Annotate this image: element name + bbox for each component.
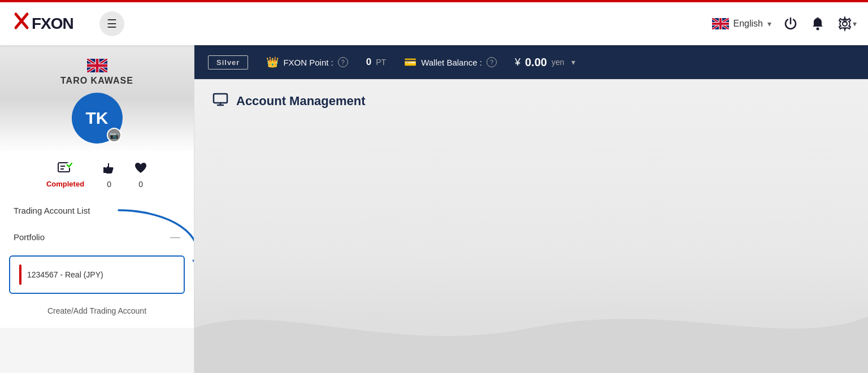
page-title: Account Management	[236, 94, 366, 109]
likes-value: 0	[107, 180, 111, 189]
user-name: TARO KAWASE	[0, 76, 194, 86]
svg-point-4	[817, 28, 819, 31]
kyc-icon	[58, 162, 72, 177]
like-icon	[102, 162, 116, 177]
content-area: Account Management	[194, 79, 868, 373]
wallet-currency: yen	[552, 58, 565, 67]
power-button[interactable]	[783, 16, 798, 32]
main-layout: TARO KAWASE TK 📷 Completed	[0, 45, 868, 373]
wallet-value: 0.00	[525, 56, 547, 69]
avatar-initials: TK	[86, 109, 108, 128]
notification-button[interactable]	[810, 16, 826, 32]
language-label: English	[734, 19, 763, 29]
svg-rect-12	[214, 94, 227, 103]
nav-right: English ▾ ▾	[712, 16, 857, 32]
fxon-point-value: 0	[366, 57, 371, 68]
page-title-area: Account Management	[194, 79, 868, 123]
crown-icon: 👑	[266, 56, 279, 68]
bell-icon	[810, 16, 826, 32]
favorites-value: 0	[138, 180, 143, 189]
fxon-logo: FXON	[11, 10, 90, 38]
gear-icon	[837, 16, 853, 32]
user-uk-flag-icon	[87, 59, 107, 72]
sidebar: TARO KAWASE TK 📷 Completed	[0, 45, 194, 373]
monitor-icon	[212, 93, 228, 110]
top-navbar: FXON ☰ English ▾	[0, 0, 868, 45]
kyc-label: Completed	[46, 180, 84, 188]
nav-create-account-label: Create/Add Trading Account	[47, 306, 146, 315]
wave-decoration	[194, 271, 868, 373]
power-icon	[783, 16, 798, 32]
svg-text:FXON: FXON	[32, 15, 73, 32]
wallet-help-icon[interactable]: ?	[487, 57, 497, 67]
fxon-point-value-item: 0 PT	[366, 57, 386, 68]
nav-trading-account-list-label: Trading Account List	[14, 206, 90, 215]
silver-badge: Silver	[208, 55, 248, 70]
wallet-balance-label: Wallet Balance :	[421, 58, 482, 67]
wallet-currency-chevron: ▾	[571, 58, 575, 67]
user-avatar[interactable]: TK 📷	[72, 93, 123, 144]
fxon-point-item: 👑 FXON Point : ?	[266, 56, 348, 68]
wallet-value-item[interactable]: ¥ 0.00 yen ▾	[515, 56, 575, 69]
user-profile: TARO KAWASE TK 📷	[0, 45, 194, 153]
language-chevron: ▾	[767, 19, 771, 28]
user-flag	[0, 57, 194, 72]
wallet-balance-item: 💳 Wallet Balance : ?	[404, 56, 497, 68]
main-content: Silver 👑 FXON Point : ? 0 PT 💳 Wallet Ba…	[194, 45, 868, 373]
uk-flag-icon	[712, 18, 729, 29]
stat-kyc[interactable]: Completed	[46, 162, 84, 189]
fxon-point-unit: PT	[376, 58, 386, 67]
top-bar: Silver 👑 FXON Point : ? 0 PT 💳 Wallet Ba…	[194, 45, 868, 79]
account-item-label: 1234567 - Real (JPY)	[27, 270, 103, 279]
fxon-point-help-icon[interactable]: ?	[338, 57, 348, 67]
stat-favorites[interactable]: 0	[134, 162, 147, 189]
logo-area: FXON ☰	[11, 10, 124, 38]
nav-portfolio-label: Portfolio	[14, 232, 45, 242]
settings-chevron: ▾	[853, 19, 857, 28]
nav-portfolio[interactable]: Portfolio —	[0, 223, 194, 251]
account-item-bar	[19, 264, 21, 285]
sidebar-nav: Trading Account List Portfolio — 1234567…	[0, 193, 194, 328]
hamburger-button[interactable]: ☰	[99, 11, 124, 36]
nav-portfolio-minus: —	[170, 231, 180, 243]
wallet-icon: 💳	[404, 56, 416, 68]
nav-trading-account-list[interactable]: Trading Account List	[0, 198, 194, 223]
yen-symbol: ¥	[515, 57, 520, 68]
account-item[interactable]: 1234567 - Real (JPY)	[9, 255, 185, 294]
nav-create-account[interactable]: Create/Add Trading Account	[0, 298, 194, 323]
settings-button[interactable]: ▾	[837, 16, 857, 32]
camera-button[interactable]: 📷	[107, 128, 121, 142]
heart-icon	[134, 162, 147, 177]
stats-row: Completed 0 0	[0, 153, 194, 193]
language-selector[interactable]: English ▾	[712, 18, 771, 29]
fxon-point-label: FXON Point :	[283, 58, 333, 67]
stat-likes[interactable]: 0	[102, 162, 116, 189]
